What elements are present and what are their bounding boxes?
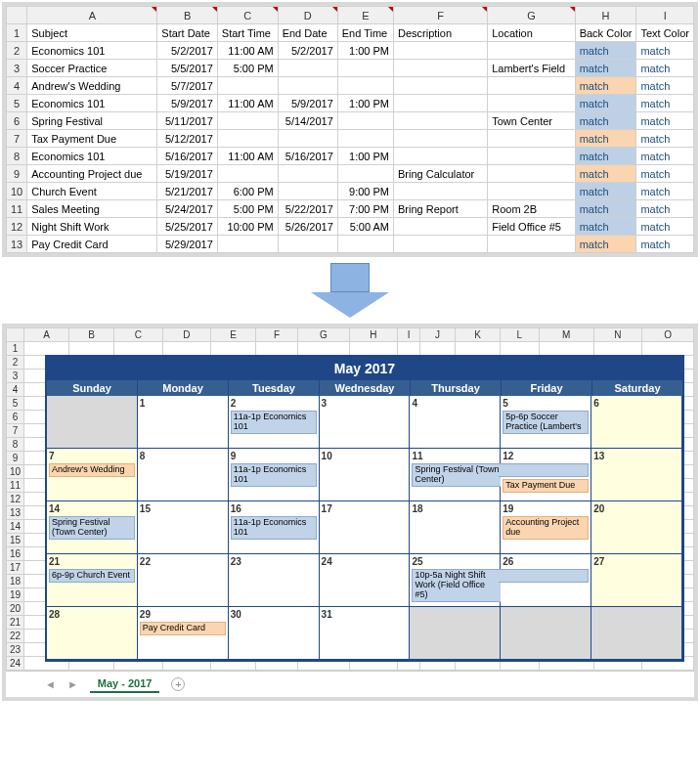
- col-header[interactable]: G: [297, 328, 349, 342]
- cell[interactable]: 5/26/2017: [278, 218, 337, 236]
- cell[interactable]: 1:00 PM: [337, 148, 393, 165]
- row-header[interactable]: 23: [7, 643, 24, 657]
- calendar-event[interactable]: 11a-1p Economics 101: [231, 411, 317, 434]
- cell[interactable]: Economics 101: [27, 42, 157, 60]
- cell[interactable]: match: [636, 200, 694, 218]
- row-header[interactable]: 17: [7, 561, 24, 575]
- events-table[interactable]: ABCDEFGHI 1SubjectStart DateStart TimeEn…: [6, 6, 694, 253]
- cell[interactable]: Soccer Practice: [27, 60, 157, 77]
- col-header[interactable]: J: [419, 328, 455, 342]
- calendar-day[interactable]: [410, 607, 501, 660]
- field-header[interactable]: Subject: [27, 24, 157, 42]
- row-header[interactable]: 14: [7, 520, 24, 534]
- calendar-event[interactable]: 11a-1p Economics 101: [231, 463, 317, 487]
- cell[interactable]: 1:00 PM: [337, 95, 393, 112]
- col-header[interactable]: A: [24, 328, 69, 342]
- col-header[interactable]: H: [349, 328, 397, 342]
- calendar-day[interactable]: 15: [138, 501, 229, 554]
- col-header[interactable]: B: [69, 328, 114, 342]
- cell[interactable]: 5/25/2017: [157, 218, 217, 236]
- col-header[interactable]: M: [539, 328, 593, 342]
- cell[interactable]: match: [575, 236, 636, 253]
- calendar-day[interactable]: 55p-6p Soccer Practice (Lambert's: [501, 396, 591, 449]
- cell[interactable]: [217, 236, 278, 253]
- cell[interactable]: [337, 60, 393, 77]
- col-header[interactable]: F: [256, 328, 298, 342]
- cell[interactable]: 11:00 AM: [217, 95, 278, 112]
- cell[interactable]: 5/2/2017: [278, 42, 337, 60]
- cell[interactable]: 5:00 AM: [337, 218, 393, 236]
- calendar-event[interactable]: 6p-9p Church Event: [49, 569, 135, 583]
- tab-next-icon[interactable]: ►: [67, 678, 78, 690]
- cell[interactable]: [337, 236, 393, 253]
- cell[interactable]: match: [636, 130, 694, 148]
- cell[interactable]: Sales Meeting: [27, 200, 157, 218]
- cell[interactable]: 5/9/2017: [278, 95, 337, 112]
- calendar-day[interactable]: 27: [591, 554, 682, 607]
- calendar-day[interactable]: 14Spring Festival (Town Center): [47, 501, 138, 554]
- row-header[interactable]: 24: [7, 657, 24, 671]
- calendar-day[interactable]: 19Accounting Project due: [501, 501, 591, 554]
- cell[interactable]: [394, 148, 488, 165]
- calendar-day[interactable]: 20: [591, 501, 682, 554]
- cell[interactable]: 5/11/2017: [157, 112, 217, 130]
- calendar-event[interactable]: 10p-5a Night Shift Work (Field Office #5…: [412, 569, 502, 602]
- cell[interactable]: match: [575, 218, 636, 236]
- cell[interactable]: [337, 112, 393, 130]
- calendar-day[interactable]: [47, 396, 138, 449]
- calendar-day[interactable]: 13: [591, 449, 682, 501]
- cell[interactable]: Bring Calculator: [394, 165, 488, 183]
- cell[interactable]: 11:00 AM: [217, 42, 278, 60]
- cell[interactable]: [488, 77, 575, 95]
- col-header[interactable]: N: [593, 328, 641, 342]
- cell[interactable]: match: [636, 60, 694, 77]
- row-header[interactable]: 1: [7, 24, 27, 42]
- corner-cell[interactable]: [7, 7, 27, 24]
- calendar-day[interactable]: 26: [501, 554, 591, 607]
- cell[interactable]: match: [636, 112, 694, 130]
- calendar-day[interactable]: 2510p-5a Night Shift Work (Field Office …: [410, 554, 501, 607]
- col-header[interactable]: G: [488, 7, 575, 24]
- field-header[interactable]: Start Date: [157, 24, 217, 42]
- row-header[interactable]: 22: [7, 630, 24, 643]
- calendar-day[interactable]: 1: [138, 396, 229, 449]
- row-header[interactable]: 11: [7, 479, 24, 493]
- cell[interactable]: 5/5/2017: [157, 60, 217, 77]
- cell[interactable]: [394, 183, 488, 200]
- cell[interactable]: [488, 148, 575, 165]
- row-header[interactable]: 15: [7, 534, 24, 547]
- calendar-day[interactable]: 31: [320, 607, 411, 660]
- cell[interactable]: [337, 165, 393, 183]
- cell[interactable]: 7:00 PM: [337, 200, 393, 218]
- calendar-day[interactable]: 23: [229, 554, 320, 607]
- cell[interactable]: 5/16/2017: [157, 148, 217, 165]
- cell[interactable]: [593, 342, 641, 356]
- col-header[interactable]: H: [575, 7, 636, 24]
- calendar-event[interactable]: Tax Payment Due: [503, 479, 589, 493]
- cell[interactable]: match: [636, 165, 694, 183]
- calendar-day[interactable]: 28: [47, 607, 138, 660]
- cell[interactable]: [539, 342, 593, 356]
- row-header[interactable]: 8: [7, 438, 24, 452]
- cell[interactable]: [278, 77, 337, 95]
- cell[interactable]: [394, 77, 488, 95]
- tab-prev-icon[interactable]: ◄: [45, 678, 56, 690]
- col-header[interactable]: K: [455, 328, 500, 342]
- calendar-event[interactable]: Pay Credit Card: [140, 622, 226, 635]
- cell[interactable]: [337, 77, 393, 95]
- calendar-event[interactable]: Spring Festival (Town Center): [412, 463, 502, 487]
- cell[interactable]: 5/19/2017: [157, 165, 217, 183]
- row-header[interactable]: 7: [7, 130, 27, 148]
- cell[interactable]: [394, 112, 488, 130]
- cell[interactable]: [398, 342, 420, 356]
- cell[interactable]: match: [575, 183, 636, 200]
- calendar-day[interactable]: 1611a-1p Economics 101: [229, 501, 320, 554]
- calendar-day[interactable]: [501, 607, 591, 660]
- row-header[interactable]: 10: [7, 183, 27, 200]
- cell[interactable]: [278, 183, 337, 200]
- calendar-day[interactable]: 11Spring Festival (Town Center): [410, 449, 501, 501]
- row-header[interactable]: 10: [7, 465, 24, 479]
- cell[interactable]: [394, 42, 488, 60]
- cell[interactable]: 5:00 PM: [217, 60, 278, 77]
- cell[interactable]: [394, 60, 488, 77]
